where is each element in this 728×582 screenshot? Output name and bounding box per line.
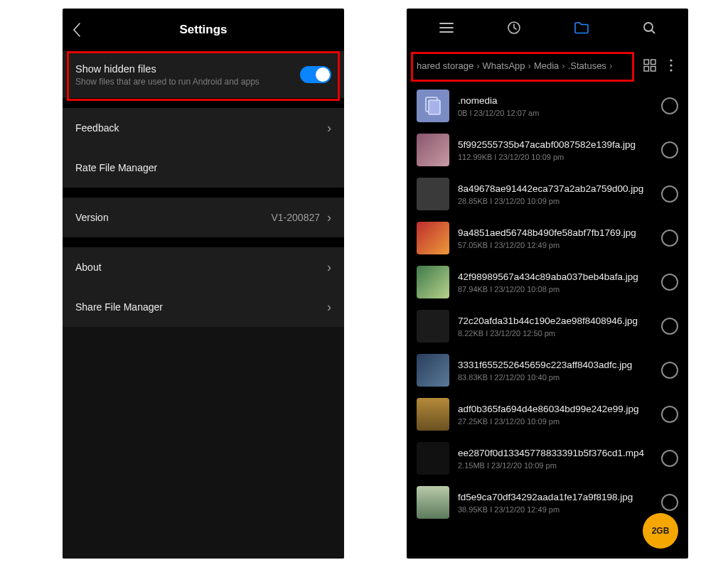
file-meta: 87.94KB I 23/12/20 10:08 pm bbox=[458, 285, 654, 293]
file-row[interactable]: 42f98989567a434c89aba037beb4bafa.jpg87.9… bbox=[407, 260, 688, 304]
hamburger-icon bbox=[439, 21, 454, 34]
file-name: 9a4851aed56748b490fe58abf7fb1769.jpg bbox=[458, 227, 654, 238]
svg-point-8 bbox=[670, 69, 672, 71]
file-name: 72c20afda31b44c190e2ae98f8408946.jpg bbox=[458, 316, 654, 326]
search-icon bbox=[641, 20, 657, 36]
back-button[interactable] bbox=[63, 22, 91, 38]
breadcrumb[interactable]: hared storage›WhatsApp›Media›.Statuses› bbox=[417, 60, 636, 71]
chevron-right-icon: › bbox=[528, 60, 531, 71]
file-thumbnail bbox=[417, 222, 449, 254]
select-radio[interactable] bbox=[661, 362, 678, 379]
file-name: adf0b365fa694d4e86034bd99e242e99.jpg bbox=[458, 404, 654, 414]
file-thumbnail bbox=[417, 310, 449, 343]
file-row[interactable]: 3331f655252645659c223aff8403adfc.jpg83.8… bbox=[407, 348, 688, 392]
row-label: Rate File Manager bbox=[75, 162, 331, 173]
phone-settings: Settings Show hidden files Show files th… bbox=[63, 9, 344, 559]
file-list: .nomedia0B I 23/12/20 12:07 am5f99255573… bbox=[407, 84, 688, 524]
chevron-right-icon: › bbox=[327, 210, 331, 225]
file-meta: 2.15MB I 23/12/20 10:09 pm bbox=[458, 461, 654, 470]
tab-bar bbox=[407, 9, 688, 47]
file-thumbnail bbox=[417, 442, 449, 475]
file-row[interactable]: 5f992555735b47acabf0087582e139fa.jpg112.… bbox=[407, 128, 688, 172]
clock-icon bbox=[506, 20, 522, 36]
phone-file-manager: hared storage›WhatsApp›Media›.Statuses› … bbox=[407, 9, 688, 559]
row-version[interactable]: Version V1-200827 › bbox=[63, 198, 344, 237]
file-row[interactable]: adf0b365fa694d4e86034bd99e242e99.jpg27.2… bbox=[407, 392, 688, 436]
row-feedback[interactable]: Feedback › bbox=[63, 108, 344, 148]
file-row[interactable]: 72c20afda31b44c190e2ae98f8408946.jpg8.22… bbox=[407, 304, 688, 348]
file-thumbnail bbox=[417, 398, 449, 431]
file-row[interactable]: 8a49678ae91442eca737a2ab2a759d00.jpg28.8… bbox=[407, 172, 688, 216]
chevron-right-icon: › bbox=[476, 60, 479, 71]
document-icon bbox=[425, 97, 441, 115]
file-meta: 83.83KB I 22/12/20 10:40 pm bbox=[458, 373, 654, 382]
file-name: fd5e9ca70df34292aada1fe17a9f8198.jpg bbox=[458, 492, 654, 502]
folder-icon bbox=[574, 21, 589, 35]
select-radio[interactable] bbox=[661, 318, 678, 335]
select-radio[interactable] bbox=[661, 185, 678, 203]
breadcrumb-segment[interactable]: Media bbox=[534, 60, 559, 71]
select-radio[interactable] bbox=[661, 141, 678, 158]
svg-rect-3 bbox=[651, 60, 656, 65]
svg-rect-10 bbox=[429, 100, 440, 114]
select-radio[interactable] bbox=[661, 494, 678, 511]
file-meta: 0B I 23/12/20 12:07 am bbox=[458, 109, 654, 117]
menu-button[interactable] bbox=[412, 21, 480, 34]
svg-rect-2 bbox=[644, 60, 649, 65]
more-button[interactable] bbox=[664, 59, 678, 72]
select-radio[interactable] bbox=[661, 450, 678, 467]
breadcrumb-segment[interactable]: hared storage bbox=[417, 60, 473, 71]
row-title: Show hidden files bbox=[75, 63, 300, 75]
settings-titlebar: Settings bbox=[63, 9, 344, 51]
row-label: Feedback bbox=[75, 122, 327, 134]
tab-files[interactable] bbox=[547, 21, 615, 35]
breadcrumb-segment[interactable]: .Statuses bbox=[568, 60, 606, 71]
row-rate[interactable]: Rate File Manager bbox=[63, 148, 344, 188]
toggle-hidden-files[interactable] bbox=[300, 66, 331, 83]
search-button[interactable] bbox=[615, 20, 682, 36]
grid-icon bbox=[643, 59, 656, 72]
svg-point-6 bbox=[670, 59, 672, 61]
svg-point-7 bbox=[670, 64, 672, 66]
file-thumbnail bbox=[417, 90, 449, 122]
file-row[interactable]: ee2870f0d13345778833391b5f376cd1.mp42.15… bbox=[407, 436, 688, 480]
file-row[interactable]: 9a4851aed56748b490fe58abf7fb1769.jpg57.0… bbox=[407, 216, 688, 260]
file-meta: 27.25KB I 23/12/20 10:09 pm bbox=[458, 417, 654, 426]
row-label: About bbox=[75, 262, 327, 273]
chevron-right-icon: › bbox=[562, 60, 564, 71]
version-value: V1-200827 bbox=[271, 212, 320, 223]
select-radio[interactable] bbox=[661, 230, 678, 247]
file-thumbnail bbox=[417, 266, 449, 298]
row-show-hidden-files[interactable]: Show hidden files Show files that are us… bbox=[63, 52, 344, 97]
chevron-right-icon: › bbox=[327, 300, 331, 315]
tab-recent[interactable] bbox=[480, 20, 547, 36]
view-grid-button[interactable] bbox=[640, 59, 660, 72]
chevron-right-icon: › bbox=[327, 121, 331, 136]
svg-rect-5 bbox=[651, 67, 656, 72]
row-subtitle: Show files that are used to run Android … bbox=[75, 77, 300, 87]
storage-fab[interactable]: 2GB bbox=[643, 513, 678, 549]
file-row[interactable]: fd5e9ca70df34292aada1fe17a9f8198.jpg38.9… bbox=[407, 480, 688, 524]
file-row[interactable]: .nomedia0B I 23/12/20 12:07 am bbox=[407, 84, 688, 128]
row-share[interactable]: Share File Manager › bbox=[63, 287, 344, 327]
select-radio[interactable] bbox=[661, 406, 678, 423]
select-radio[interactable] bbox=[661, 274, 678, 291]
file-meta: 28.85KB I 23/12/20 10:09 pm bbox=[458, 197, 654, 205]
file-meta: 57.05KB I 23/12/20 12:49 pm bbox=[458, 241, 654, 249]
svg-rect-4 bbox=[644, 67, 649, 72]
more-vert-icon bbox=[670, 59, 673, 72]
row-label: Version bbox=[75, 212, 271, 223]
row-about[interactable]: About › bbox=[63, 247, 344, 287]
file-name: .nomedia bbox=[458, 95, 654, 106]
breadcrumb-bar: hared storage›WhatsApp›Media›.Statuses› bbox=[407, 47, 688, 84]
breadcrumb-segment[interactable]: WhatsApp bbox=[483, 60, 525, 71]
chevron-right-icon: › bbox=[327, 260, 331, 275]
file-name: 3331f655252645659c223aff8403adfc.jpg bbox=[458, 360, 654, 370]
row-label: Share File Manager bbox=[75, 301, 327, 313]
file-meta: 112.99KB I 23/12/20 10:09 pm bbox=[458, 153, 654, 161]
page-title: Settings bbox=[91, 23, 316, 37]
file-name: 5f992555735b47acabf0087582e139fa.jpg bbox=[458, 139, 654, 150]
file-meta: 38.95KB I 23/12/20 12:49 pm bbox=[458, 505, 654, 514]
file-thumbnail bbox=[417, 134, 449, 166]
select-radio[interactable] bbox=[661, 97, 678, 114]
